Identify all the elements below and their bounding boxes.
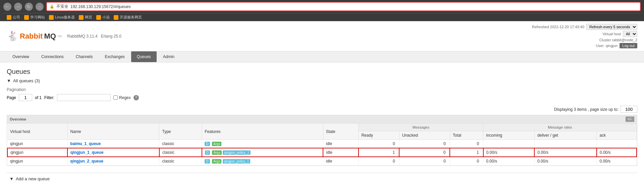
- pagination-label: Pagination: [7, 87, 637, 92]
- cell-incoming: [483, 140, 535, 148]
- user-label: User: [596, 44, 604, 48]
- app-container: 🐇 RabbitMQTM RabbitMQ 3.11.4 Erlang 25.0…: [0, 21, 644, 183]
- cluster-row: Cluster rabbit@node_2: [532, 38, 637, 42]
- cluster-label: Cluster: [599, 38, 611, 42]
- nav-bar: Overview Connections Channels Exchanges …: [0, 51, 644, 62]
- cell-unacked: 0: [399, 148, 450, 157]
- nav-connections[interactable]: Connections: [36, 51, 69, 62]
- folder-icon: [96, 15, 101, 20]
- queues-table-container: Overview +/- Virtual host Name Type Feat…: [7, 115, 637, 166]
- table-row: qingjun baimu_1_queue classic D Args idl…: [7, 140, 637, 148]
- cell-ack: 0.00/s: [597, 157, 637, 166]
- nav-admin[interactable]: Admin: [157, 51, 180, 62]
- bookmark-linux[interactable]: Linux服务器: [49, 15, 75, 20]
- cell-deliver-get: 0.00/s: [534, 157, 597, 166]
- folder-icon: [114, 15, 118, 20]
- th-incoming: incoming: [483, 131, 535, 140]
- logo-rabbit: Rabbit: [20, 32, 43, 41]
- th-state: State: [323, 124, 359, 140]
- bookmark-novel[interactable]: 小说: [96, 15, 110, 20]
- filter-label: Filter:: [44, 95, 54, 100]
- bookmark-opensource[interactable]: 开源服务网页: [114, 15, 142, 20]
- refresh-select[interactable]: Refresh every 5 seconds: [586, 24, 637, 30]
- nav-queues[interactable]: Queues: [131, 51, 157, 62]
- cell-total: 0: [450, 140, 483, 148]
- user-row: User qingjun Log out: [532, 43, 637, 48]
- add-queue-section[interactable]: ▼ Add a new queue: [7, 173, 637, 183]
- cell-name[interactable]: qingjun_2_queue: [67, 157, 159, 166]
- regex-checkbox[interactable]: [113, 95, 118, 100]
- tag-policy[interactable]: qingjun_policy_1: [223, 150, 251, 155]
- bookmarks-bar: 公司 学习网站 Linux服务器 网页 小说 开源服务网页: [3, 13, 641, 21]
- cell-features: D Args qingjun_policy_1: [202, 148, 323, 157]
- pagination-controls: Page of 1 Filter: Regex ?: [7, 94, 637, 101]
- vhost-select[interactable]: All: [623, 31, 637, 37]
- th-features: Features: [202, 124, 323, 140]
- table-group-header: Overview +/-: [7, 115, 637, 124]
- tag-d: D: [205, 159, 210, 164]
- section-header[interactable]: ▼ All queues (3): [7, 78, 637, 83]
- home-button[interactable]: ⌂: [36, 3, 44, 11]
- browser-toolbar: ← → ↻ ⌂ 🔒 不安全 192.168.130.129:15672/#/qu…: [3, 2, 641, 11]
- cell-state: idle: [323, 148, 359, 157]
- tag-d: D: [205, 142, 210, 146]
- logo-mq: MQ: [44, 32, 56, 41]
- th-name: Name: [67, 124, 159, 140]
- help-icon[interactable]: ?: [133, 95, 139, 100]
- logo: 🐇 RabbitMQTM: [7, 31, 62, 42]
- bookmark-webpage[interactable]: 网页: [79, 15, 92, 20]
- folder-icon: [7, 15, 11, 20]
- cell-state: idle: [323, 157, 359, 166]
- page-label: Page: [7, 95, 16, 100]
- queue-link: qingjun_1_queue: [70, 150, 104, 155]
- header-left: 🐇 RabbitMQTM RabbitMQ 3.11.4 Erlang 25.0: [7, 31, 121, 42]
- cell-features: D Args: [202, 140, 323, 148]
- url-text: 192.168.130.129:15672/#/queues: [70, 4, 131, 9]
- tag-policy[interactable]: qingjun_policy_1: [223, 159, 251, 164]
- table-row: qingjun qingjun_2_queue classic D Args q…: [7, 157, 637, 166]
- cell-unacked: 0: [399, 157, 450, 166]
- security-label: 不安全: [56, 4, 68, 9]
- folder-icon: [79, 15, 84, 20]
- address-bar[interactable]: 🔒 不安全 192.168.130.129:15672/#/queues: [46, 2, 641, 11]
- nav-overview[interactable]: Overview: [7, 51, 35, 62]
- page-size-input[interactable]: [621, 106, 637, 113]
- section-label: All queues (3): [13, 78, 40, 83]
- cell-deliver-get: 0.00/s: [534, 148, 597, 157]
- reload-button[interactable]: ↻: [25, 3, 33, 11]
- plus-minus-button[interactable]: +/-: [626, 117, 634, 122]
- tag-args[interactable]: Args: [212, 142, 222, 146]
- tag-args[interactable]: Args: [212, 159, 222, 164]
- forward-button[interactable]: →: [14, 3, 22, 11]
- logout-button[interactable]: Log out: [620, 43, 637, 48]
- page-input[interactable]: [19, 94, 32, 101]
- th-ack: ack: [597, 131, 637, 140]
- cell-vhost: qingjun: [7, 157, 67, 166]
- back-button[interactable]: ←: [3, 3, 11, 11]
- cell-ready: 0: [359, 140, 399, 148]
- cell-incoming: 0.00/s: [483, 148, 535, 157]
- filter-input[interactable]: [57, 94, 111, 101]
- cell-type: classic: [159, 148, 202, 157]
- add-queue-label: Add a new queue: [16, 176, 50, 181]
- erlang-version: Erlang 25.0: [101, 34, 121, 39]
- cell-vhost: qingjun: [7, 148, 67, 157]
- vhost-row: Virtual host All: [532, 31, 637, 37]
- cell-type: classic: [159, 157, 202, 166]
- nav-channels[interactable]: Channels: [70, 51, 99, 62]
- cell-unacked: 0: [399, 140, 450, 148]
- header-right: Refreshed 2022-12-20 17:43:40 Refresh ev…: [532, 24, 637, 48]
- tag-args[interactable]: Args: [212, 150, 222, 155]
- th-total: Total: [450, 131, 483, 140]
- cell-ready: 0: [359, 157, 399, 166]
- cell-name[interactable]: baimu_1_queue: [67, 140, 159, 148]
- cell-vhost: qingjun: [7, 140, 67, 148]
- nav-exchanges[interactable]: Exchanges: [99, 51, 130, 62]
- app-header: 🐇 RabbitMQTM RabbitMQ 3.11.4 Erlang 25.0…: [0, 21, 644, 51]
- bookmark-study[interactable]: 学习网站: [24, 15, 45, 20]
- bookmark-company[interactable]: 公司: [7, 15, 20, 20]
- cell-name[interactable]: qingjun_1_queue: [67, 148, 159, 157]
- cell-total: 1: [450, 148, 483, 157]
- th-virtual-host: Virtual host: [7, 124, 67, 140]
- cell-deliver-get: [534, 140, 597, 148]
